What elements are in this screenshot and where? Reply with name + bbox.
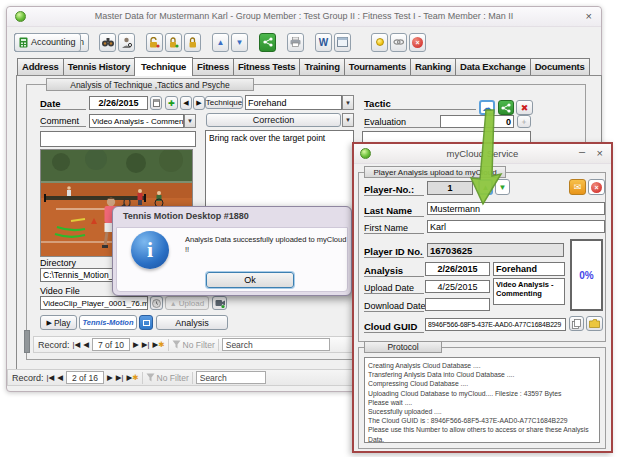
tab-technique[interactable]: Technique [134,57,193,76]
technique-button[interactable]: Technique [205,96,243,109]
last-record-icon[interactable]: ▶| [142,340,150,349]
accounting-button[interactable]: Accounting [14,33,81,52]
dialog-cancel-button[interactable]: × [588,179,605,195]
player-up-button[interactable]: ▲ [478,179,493,195]
player-id-label: Player ID No. [364,246,424,258]
video-tool-button[interactable] [139,315,153,330]
analysis-type-field[interactable]: Forehand [493,262,565,276]
tab-tennis-history[interactable]: Tennis History [63,58,135,76]
copy-guid-button[interactable] [569,316,584,331]
record-selector[interactable] [24,330,30,353]
tab-training[interactable]: Training [299,58,344,76]
tennis-motion-button[interactable]: Tennis-Motion [79,315,137,330]
video-time-button[interactable] [150,296,163,310]
tab-data-exchange[interactable]: Data Exchange [455,58,531,76]
next-record-icon[interactable]: ▶ [107,373,113,382]
tips-button[interactable] [371,33,388,52]
tactic-cloud-button[interactable]: ☁ [479,100,495,115]
ok-button[interactable]: Ok [206,272,294,288]
last-name-field[interactable]: Mustermann [427,202,605,215]
analysis-comment-field[interactable]: Video Analysis - Commenting [493,278,565,305]
link-button[interactable] [390,33,407,52]
no-filter-toggle[interactable]: No Filter [146,373,189,383]
record-position[interactable]: 7 of 10 [92,338,130,351]
window-close-icon[interactable]: × [586,10,592,23]
correction-dropdown-icon[interactable]: ▼ [342,113,354,127]
print-button[interactable] [287,33,304,52]
next-analysis-button[interactable]: ▶ [193,96,205,110]
comment-dropdown-icon[interactable]: ▼ [184,114,196,128]
technique-select[interactable]: Forehand [245,95,342,110]
search-button[interactable] [99,33,116,52]
new-record-icon[interactable]: ▶✱ [127,373,139,382]
last-record-icon[interactable]: ▶| [116,373,124,382]
search-input[interactable] [196,371,266,384]
tab-fitness-tests[interactable]: Fitness Tests [233,58,300,76]
date-field[interactable]: 2/26/2015 [89,96,148,110]
record-position[interactable]: 2 of 16 [66,371,104,384]
prev-analysis-button[interactable]: ◀ [180,96,192,110]
technique-dropdown-icon[interactable]: ▼ [342,95,354,110]
tab-documents[interactable]: Documents [530,58,590,76]
video-settings-button[interactable] [212,296,227,310]
player-no-label: Player-No.: [364,184,424,196]
search-person-button[interactable] [118,33,135,52]
dialog-close-icon[interactable]: × [597,147,603,160]
upload-button[interactable]: ▲Upload [165,296,209,310]
unlock-button[interactable] [146,33,163,52]
open-folder-button[interactable] [586,316,603,331]
screen-icon [143,320,150,326]
protocol-log[interactable]: Creating Analysis Cloud Database .... Tr… [364,357,600,443]
new-analysis-button[interactable]: ✚ [165,96,178,110]
prev-record-icon[interactable]: ◀ [83,340,89,349]
first-record-icon[interactable]: |◀ [47,373,55,382]
tab-tournaments[interactable]: Tournaments [344,58,411,76]
correction-button[interactable]: Correction [206,113,341,127]
tab-address[interactable]: Address [17,58,64,76]
first-name-field[interactable]: Karl [427,220,605,233]
player-id-field: 16703625 [427,243,564,257]
send-mail-button[interactable]: ✉ [569,179,586,195]
filter-icon [146,373,155,382]
form-view-button[interactable] [334,33,351,52]
upload-date-field[interactable]: 4/25/2015 [425,280,490,293]
player-down-button[interactable]: ▼ [495,179,510,195]
close-form-button[interactable]: × [409,33,426,52]
download-date-field[interactable] [425,298,490,311]
protocol-group-title: Protocol [364,341,442,353]
move-up-button[interactable]: ▲ [212,33,229,52]
player-no-field[interactable]: 1 [427,181,473,195]
tab-fitness[interactable]: Fitness [192,58,234,76]
evaluation-field[interactable]: 0 [440,115,514,128]
date-picker-button[interactable] [150,96,162,110]
upload-group-title: Player Analysis upload to myCloud [364,166,506,178]
new-record-icon[interactable]: ▶✱ [153,340,165,349]
tactic-share-button[interactable] [498,100,514,115]
lock-button[interactable] [184,33,201,52]
prev-record-icon[interactable]: ◀ [57,373,63,382]
cloud-guid-field[interactable]: 8946F566-68F5-437E-AAD0-A77C1684B229 [425,318,566,331]
search-input[interactable] [222,338,330,351]
analysis-date-field[interactable]: 2/26/2015 [425,262,490,276]
next-record-icon[interactable]: ▶ [133,340,139,349]
tactic-delete-button[interactable]: ✖ [516,100,533,115]
play-button[interactable]: ▶Play [40,315,77,330]
move-down-button[interactable]: ▼ [231,33,248,52]
share-button[interactable] [259,33,276,52]
word-export-button[interactable]: W [315,33,332,52]
arrow-up-icon: ▲ [217,38,225,47]
tab-ranking[interactable]: Ranking [410,58,456,76]
folder-icon [589,319,600,328]
comment-select[interactable]: Video Analysis - Commenting [89,114,184,128]
video-file-field[interactable]: VideoClip_Player_0001_76.m [40,296,148,310]
minimize-icon[interactable]: – [579,145,585,158]
form-icon [337,37,348,47]
analysis-button[interactable]: Analysis [156,315,228,330]
first-record-icon[interactable]: |◀ [73,340,81,349]
app-icon [15,11,26,22]
lock-add-button[interactable] [165,33,182,52]
no-filter-toggle[interactable]: No Filter [172,340,215,350]
comment-textarea[interactable] [40,131,196,147]
evaluation-add-button[interactable]: ＋ [517,115,531,128]
clock-icon [152,299,161,308]
